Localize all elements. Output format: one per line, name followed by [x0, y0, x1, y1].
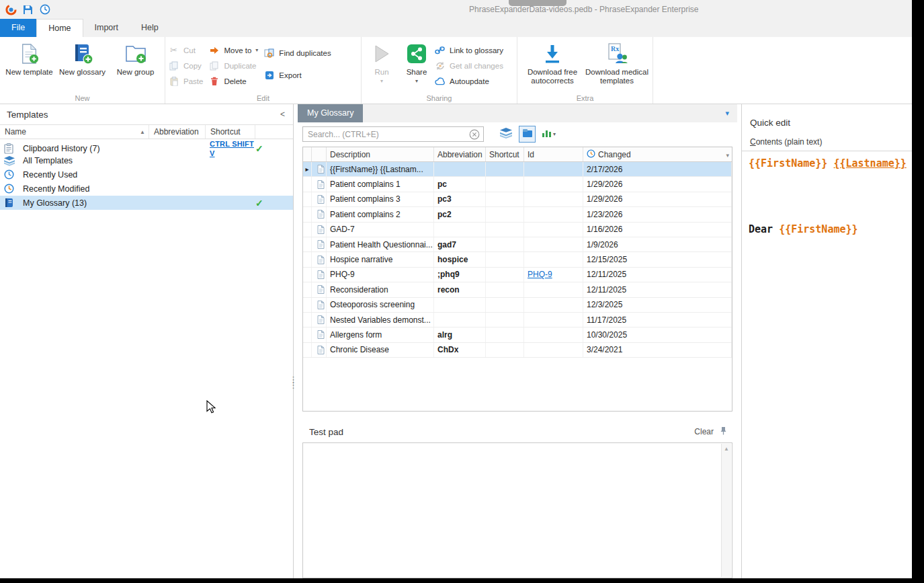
scroll-up-icon[interactable]: ▲ — [724, 446, 729, 577]
ribbon-tab-row: File Home Import Help — [0, 19, 912, 37]
template-doc-icon — [312, 268, 327, 282]
table-row[interactable]: Osteoporosis screening12/3/2025 — [303, 298, 732, 313]
view-all-glossaries-button[interactable] — [497, 126, 514, 143]
cell-description: Patient complains 1 — [327, 177, 434, 191]
table-row[interactable]: Patient complains 2pc21/23/2026 — [303, 207, 732, 222]
copy-button[interactable]: Copy — [168, 61, 203, 71]
tab-my-glossary[interactable]: My Glossary — [298, 104, 363, 122]
cell-shortcut — [486, 223, 524, 237]
column-header-abbreviation[interactable]: Abbreviation — [434, 147, 486, 161]
new-glossary-icon — [72, 42, 93, 65]
template-doc-icon — [312, 282, 327, 297]
column-header-shortcut[interactable]: Shortcut — [206, 125, 255, 139]
cell-description: Nested Variables demonst... — [327, 313, 434, 327]
cell-abbreviation — [434, 223, 486, 237]
template-doc-icon — [312, 298, 327, 312]
table-row[interactable]: Patient complains 3pc31/29/2026 — [303, 192, 732, 207]
export-icon — [263, 71, 275, 80]
editor-line — [749, 184, 911, 197]
cell-id — [524, 327, 583, 342]
cell-abbreviation: ChDx — [434, 343, 486, 357]
column-header-shortcut[interactable]: Shortcut — [486, 147, 524, 161]
test-pad-title: Test pad — [309, 427, 343, 437]
column-header-description[interactable]: Description — [327, 147, 434, 161]
download-icon — [543, 42, 562, 65]
find-duplicates-button[interactable]: Find duplicates — [263, 48, 331, 58]
move-to-arrow-icon — [208, 46, 220, 54]
main-content: Templates < Name ▲ Abbreviation Shortcut — [0, 104, 912, 578]
table-row[interactable]: Patient Health Questionnai...gad71/9/202… — [303, 237, 732, 252]
cell-description: GAD-7 — [327, 223, 434, 237]
run-label: Run — [374, 68, 388, 77]
table-row[interactable]: Nested Variables demonst...11/17/2025 — [303, 313, 732, 327]
tree-item-recently-modified[interactable]: Recently Modified — [0, 182, 293, 196]
view-current-glossary-button[interactable] — [519, 126, 536, 143]
move-to-button[interactable]: Move to ▾ — [208, 45, 258, 55]
get-all-changes-button[interactable]: Get all changes — [434, 61, 503, 71]
app-logo-icon[interactable] — [3, 1, 19, 17]
pin-icon[interactable] — [720, 426, 727, 437]
search-input[interactable] — [308, 130, 468, 139]
cell-shortcut — [486, 177, 524, 191]
tab-help[interactable]: Help — [130, 19, 170, 37]
table-row[interactable]: Chronic DiseaseChDx3/24/2021 — [303, 343, 732, 358]
tab-home[interactable]: Home — [36, 19, 83, 37]
tree-item-clipboard-history[interactable]: Clipboard History (7) CTRL SHIFT V ✓ — [0, 139, 293, 153]
table-row[interactable]: Reconsiderationrecon12/11/2025 — [303, 282, 732, 297]
column-header-id[interactable]: Id — [524, 147, 583, 161]
row-indicator — [303, 252, 312, 266]
id-link[interactable]: PHQ-9 — [528, 270, 552, 279]
cell-shortcut — [486, 327, 524, 342]
templates-panel-title: Templates — [7, 110, 48, 120]
tree-item-label: My Glossary (13) — [23, 198, 210, 208]
history-icon[interactable] — [36, 1, 53, 17]
row-indicator — [303, 298, 312, 312]
column-filter-dropdown-icon[interactable]: ▾ — [726, 152, 729, 159]
column-header-abbreviation[interactable]: Abbreviation — [149, 125, 206, 139]
panel-splitter-handle[interactable]: ⋮⋮ — [289, 377, 298, 388]
templates-tree: Clipboard History (7) CTRL SHIFT V ✓ All… — [0, 139, 293, 210]
paste-button[interactable]: Paste — [168, 76, 203, 86]
collapse-panel-button[interactable]: < — [280, 110, 285, 119]
shortcut-link[interactable]: CTRL SHIFT V — [210, 140, 254, 157]
cell-description: Patient complains 2 — [327, 207, 434, 221]
ribbon-group-extra-label: Extra — [517, 94, 653, 102]
tree-item-recently-used[interactable]: Recently Used — [0, 167, 293, 182]
new-template-label: New template — [5, 68, 52, 77]
table-row[interactable]: GAD-71/16/2026 — [303, 223, 732, 237]
table-row[interactable]: Allergens formalrg10/30/2025 — [303, 327, 732, 342]
quick-edit-content[interactable]: {{FirstName}} {{Lastname}} Dear {{FirstN… — [742, 151, 912, 237]
tab-file[interactable]: File — [0, 19, 36, 37]
export-button[interactable]: Export — [263, 70, 331, 80]
tree-item-my-glossary[interactable]: My Glossary (13) ✓ — [0, 196, 293, 210]
cell-description: Allergens form — [327, 327, 434, 342]
test-pad-scrollbar[interactable]: ▲ — [721, 444, 731, 577]
glossary-book-icon — [4, 198, 23, 208]
table-row[interactable]: PHQ-9;phq9PHQ-912/11/2025 — [303, 268, 732, 282]
changed-clock-icon — [587, 149, 595, 160]
link-to-glossary-button[interactable]: Link to glossary — [434, 45, 503, 55]
cut-button[interactable]: ✂ Cut — [168, 45, 203, 55]
tab-list-dropdown-icon[interactable]: ▾ — [725, 109, 729, 118]
save-icon[interactable] — [19, 1, 36, 17]
cell-shortcut — [486, 313, 524, 327]
editor-line: Dear {{FirstName}} — [749, 223, 911, 237]
cell-id — [524, 282, 583, 297]
find-duplicates-label: Find duplicates — [279, 49, 331, 57]
cell-abbreviation — [434, 298, 486, 312]
test-pad-input-area[interactable]: ▲ — [302, 442, 732, 578]
clear-button[interactable]: Clear — [694, 427, 714, 436]
table-row[interactable]: Patient complains 1pc1/29/2026 — [303, 177, 732, 192]
clear-search-icon[interactable] — [468, 128, 481, 141]
statistics-button[interactable]: ▾ — [540, 126, 557, 143]
delete-button[interactable]: Delete — [208, 76, 258, 86]
column-header-name[interactable]: Name ▲ — [0, 125, 149, 139]
duplicate-button[interactable]: Duplicate — [208, 61, 258, 71]
table-row[interactable]: Hospice narrativehospice12/15/2025 — [303, 252, 732, 267]
autoupdate-button[interactable]: Autoupdate — [434, 76, 503, 86]
tab-import[interactable]: Import — [83, 19, 130, 37]
templates-column-headers: Name ▲ Abbreviation Shortcut — [0, 124, 293, 139]
column-header-changed[interactable]: Changed — [583, 147, 732, 161]
table-row[interactable]: ▸{{FirstName}} {{Lastnam...2/17/2026 — [303, 162, 732, 177]
copy-icon — [168, 61, 179, 71]
